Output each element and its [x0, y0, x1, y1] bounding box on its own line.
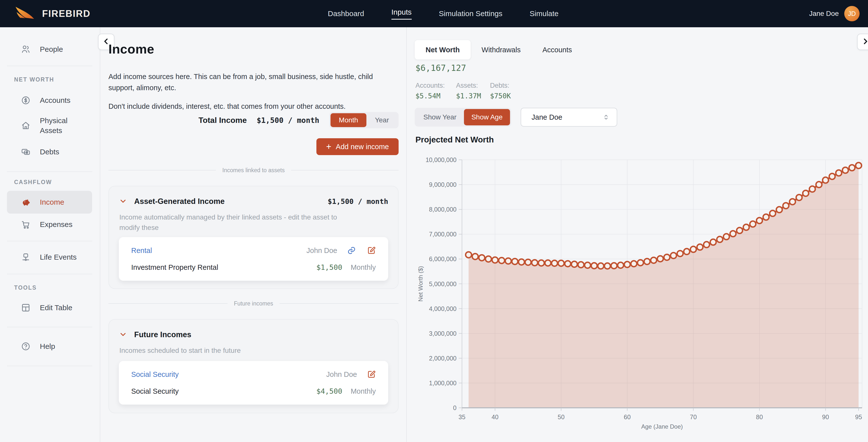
chart-data-point[interactable]: [499, 258, 504, 263]
chart-data-point[interactable]: [519, 259, 524, 265]
chart-data-point[interactable]: [552, 260, 558, 266]
chart-data-point[interactable]: [723, 234, 730, 240]
sidebar-item-debts[interactable]: Debts: [7, 144, 92, 159]
sidebar-item-physical-assets[interactable]: Physical Assets: [7, 113, 92, 139]
chart-data-point[interactable]: [598, 263, 604, 269]
chart-data-point[interactable]: [677, 251, 683, 257]
projected-net-worth-chart[interactable]: 01,000,0002,000,0003,000,0004,000,0005,0…: [408, 149, 868, 442]
chart-data-point[interactable]: [743, 224, 749, 230]
chart-data-point[interactable]: [558, 260, 564, 266]
chart-data-point[interactable]: [704, 241, 710, 247]
svg-text:Age (Jane Doe): Age (Jane Doe): [641, 423, 683, 430]
chart-data-point[interactable]: [657, 256, 663, 262]
chart-data-point[interactable]: [618, 262, 624, 268]
chart-data-point[interactable]: [796, 195, 802, 201]
chart-data-point[interactable]: [512, 258, 518, 264]
show-year-button[interactable]: Show Year: [416, 109, 464, 125]
chart-data-point[interactable]: [750, 221, 756, 227]
user-menu[interactable]: Jane Doe JD: [809, 0, 860, 27]
chevron-down-icon[interactable]: [119, 197, 128, 206]
svg-text:50: 50: [558, 413, 565, 420]
chart-data-point[interactable]: [710, 239, 716, 245]
chart-data-point[interactable]: [717, 236, 723, 242]
chart-data-point[interactable]: [578, 262, 584, 268]
income-row-social-security[interactable]: Social Security John Doe Social Security…: [119, 361, 388, 405]
avatar[interactable]: JD: [844, 6, 860, 21]
tab-withdrawals[interactable]: Withdrawals: [471, 40, 531, 59]
chart-data-point[interactable]: [479, 255, 485, 261]
chart-data-point[interactable]: [571, 261, 577, 267]
tab-accounts[interactable]: Accounts: [531, 40, 583, 59]
chart-data-point[interactable]: [816, 182, 822, 187]
chart-data-point[interactable]: [783, 203, 789, 209]
tab-net-worth[interactable]: Net Worth: [415, 40, 471, 59]
chart-data-point[interactable]: [532, 260, 538, 266]
banknotes-icon: [21, 147, 30, 156]
edit-icon[interactable]: [367, 246, 376, 255]
chart-data-point[interactable]: [770, 210, 776, 216]
chart-data-point[interactable]: [690, 246, 696, 252]
chart-data-point[interactable]: [763, 214, 769, 220]
chart-data-point[interactable]: [624, 261, 630, 267]
add-new-income-button[interactable]: + Add new income: [316, 138, 399, 155]
edit-icon[interactable]: [367, 370, 376, 379]
brand[interactable]: FIREBIRD: [15, 0, 90, 27]
sidebar-item-help[interactable]: Help: [7, 339, 92, 354]
chart-data-point[interactable]: [525, 259, 531, 265]
chart-data-point[interactable]: [664, 254, 670, 260]
nav-inputs[interactable]: Inputs: [392, 8, 412, 20]
chart-data-point[interactable]: [545, 260, 551, 266]
chart-data-point[interactable]: [492, 257, 498, 263]
nav-simulate[interactable]: Simulate: [530, 9, 559, 18]
month-toggle-button[interactable]: Month: [331, 113, 367, 127]
chevron-down-icon[interactable]: [119, 330, 128, 339]
chart-data-point[interactable]: [591, 263, 597, 269]
chart-data-point[interactable]: [538, 260, 544, 266]
sidebar-item-people[interactable]: People: [7, 41, 92, 57]
chart-data-point[interactable]: [842, 167, 848, 173]
income-name-link[interactable]: Social Security: [131, 371, 179, 379]
person-select[interactable]: Jane Doe: [521, 108, 617, 127]
chart-data-point[interactable]: [829, 173, 835, 179]
sidebar-item-accounts[interactable]: Accounts: [7, 93, 92, 108]
chart-data-point[interactable]: [809, 186, 815, 192]
chart-data-point[interactable]: [472, 254, 478, 259]
chart-data-point[interactable]: [505, 258, 511, 264]
chart-data-point[interactable]: [737, 228, 742, 233]
chart-data-point[interactable]: [789, 199, 796, 205]
chart-data-point[interactable]: [671, 253, 676, 258]
chart-data-point[interactable]: [823, 177, 829, 183]
collapse-right-panel-button[interactable]: [857, 34, 868, 50]
sidebar-item-life-events[interactable]: Life Events: [7, 249, 92, 265]
chart-data-point[interactable]: [684, 248, 690, 255]
chart-data-point[interactable]: [849, 165, 855, 171]
chart-data-point[interactable]: [631, 261, 637, 267]
chart-data-point[interactable]: [604, 263, 610, 269]
show-age-button[interactable]: Show Age: [464, 109, 510, 125]
chart-data-point[interactable]: [466, 252, 472, 258]
income-name-link[interactable]: Rental: [131, 246, 152, 255]
chart-data-point[interactable]: [565, 261, 571, 267]
chart-data-point[interactable]: [644, 258, 650, 264]
chart-data-point[interactable]: [486, 256, 491, 262]
sidebar-item-edit-table[interactable]: Edit Table: [7, 300, 92, 315]
chart-data-point[interactable]: [697, 244, 703, 250]
sidebar-item-expenses[interactable]: Expenses: [7, 217, 92, 232]
income-row-rental[interactable]: Rental John Doe Investment: [119, 237, 388, 281]
chart-data-point[interactable]: [638, 260, 644, 266]
sidebar-item-income[interactable]: Income: [7, 191, 92, 213]
chart-data-point[interactable]: [730, 231, 736, 237]
chart-data-point[interactable]: [856, 163, 862, 169]
chart-data-point[interactable]: [756, 217, 763, 224]
plus-icon: +: [326, 142, 331, 151]
chart-data-point[interactable]: [651, 257, 657, 263]
year-toggle-button[interactable]: Year: [366, 113, 397, 127]
chart-data-point[interactable]: [803, 190, 809, 196]
link-icon[interactable]: [347, 246, 356, 255]
nav-simulation-settings[interactable]: Simulation Settings: [439, 9, 503, 18]
chart-data-point[interactable]: [836, 170, 842, 176]
chart-data-point[interactable]: [585, 262, 590, 268]
chart-data-point[interactable]: [776, 207, 782, 213]
nav-dashboard[interactable]: Dashboard: [328, 9, 364, 18]
chart-data-point[interactable]: [611, 263, 617, 269]
